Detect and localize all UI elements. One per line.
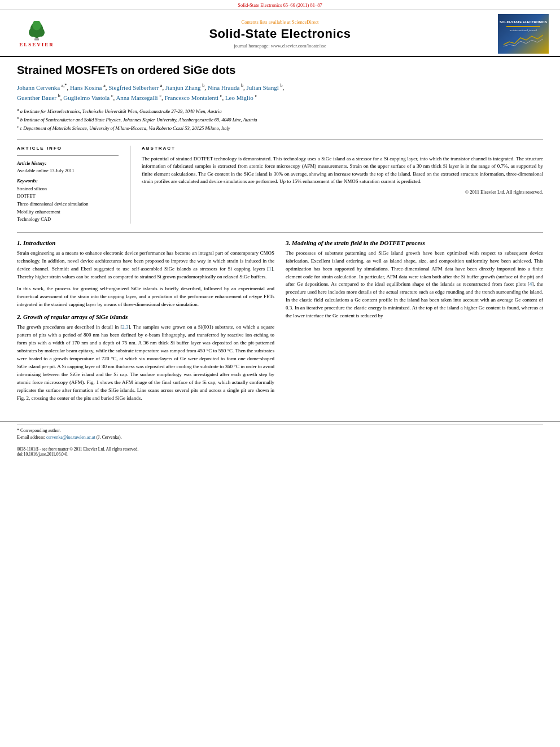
footnote-corresponding: * Corresponding author. [17, 427, 543, 434]
elsevier-tree-icon [25, 21, 48, 41]
header: ELSEVIER Contents lists available at Sci… [0, 10, 560, 57]
author-selberherr: Siegfried Selberherr [108, 84, 159, 91]
journal-ref-bar: Solid-State Electronics 65–66 (2011) 81–… [0, 0, 560, 10]
bottom-footer: 0038-1101/$ - see front matter © 2011 El… [17, 447, 543, 461]
abstract-text: The potential of strained DOTFET technol… [142, 155, 543, 186]
keywords-label: Keywords: [17, 178, 119, 184]
affiliations: a a Institute for Microelectronics, Tech… [17, 107, 543, 133]
article-title: Strained MOSFETs on ordered SiGe dots [17, 64, 543, 77]
keyword-4: Mobility enhancement [17, 208, 119, 216]
sciencedirect-line: Contents lists available at ScienceDirec… [62, 19, 498, 25]
bottom-footer-left: 0038-1101/$ - see front matter © 2011 El… [17, 447, 138, 457]
author-cervenka: Johann Cervenka [17, 84, 60, 91]
author-hrauda: Nina Hrauda [208, 84, 240, 91]
article-info-panel: ARTICLE INFO Article history: Available … [17, 146, 119, 224]
article-info-title: ARTICLE INFO [17, 146, 119, 151]
keyword-2: DOTFET [17, 193, 119, 200]
section1-para1: Strain engineering as a means to enhance… [17, 250, 274, 281]
article-history-date: Available online 13 July 2011 [17, 168, 119, 173]
body-left: 1. Introduction Strain engineering as a … [17, 239, 274, 407]
journal-homepage: journal homepage: www.elsevier.com/locat… [62, 43, 498, 49]
author-vastola: Guglielmo Vastola [63, 94, 110, 101]
keyword-5: Technology CAD [17, 216, 119, 224]
keywords-list: Strained silicon DOTFET Three-dimensiona… [17, 185, 119, 224]
svg-point-6 [34, 37, 39, 40]
footnote-email: E-mail address: cervenka@iue.tuwien.ac.a… [17, 434, 543, 441]
abstract-section: ABSTRACT The potential of strained DOTFE… [130, 146, 543, 224]
author-kosina: Hans Kosina [70, 84, 102, 91]
body-content: 1. Introduction Strain engineering as a … [17, 232, 543, 407]
authors: Johann Cervenka a,*, Hans Kosina a, Sieg… [17, 82, 543, 103]
footer-area: * Corresponding author. E-mail address: … [0, 421, 560, 461]
keyword-3: Three-dimensional device simulation [17, 200, 119, 208]
author-bauer: Guenther Bauer [17, 94, 56, 101]
section2-header: 2. Growth of regular arrays of SiGe isla… [17, 313, 274, 320]
copyright: © 2011 Elsevier Ltd. All rights reserved… [142, 189, 543, 195]
main-content: Strained MOSFETs on ordered SiGe dots Jo… [0, 57, 560, 413]
body-right: 3. Modeling of the strain field in the D… [286, 239, 543, 407]
author-montalenti: Francesco Montalenti [164, 94, 218, 101]
journal-title: Solid-State Electronics [62, 27, 498, 41]
logo-chart-icon [504, 33, 543, 47]
journal-logo-sub: an international journal [510, 29, 537, 32]
journal-logo-text: SOLID-STATE ELECTRONICS [500, 20, 547, 25]
article-history-label: Article history: [17, 160, 119, 166]
section3-para1: The processes of substrate patterning an… [286, 250, 543, 320]
author-marzegalli: Anna Marzegalli [116, 94, 158, 101]
section1-para2: In this work, the process for growing se… [17, 285, 274, 309]
elsevier-logo: ELSEVIER [11, 21, 62, 47]
author-stangl: Julian Stangl [247, 84, 279, 91]
author-zhang: Jianjun Zhang [165, 84, 201, 91]
rounding-text: rounding [446, 289, 465, 295]
journal-logo: SOLID-STATE ELECTRONICS an international… [498, 14, 549, 54]
header-center: Contents lists available at ScienceDirec… [62, 19, 498, 49]
author-miglio: Leo Miglio [225, 94, 253, 101]
abstract-title: ABSTRACT [142, 146, 543, 151]
article-info-abstract: ARTICLE INFO Article history: Available … [17, 139, 543, 224]
keyword-1: Strained silicon [17, 185, 119, 193]
elsevier-text: ELSEVIER [19, 42, 54, 47]
email-link[interactable]: cervenka@iue.tuwien.ac.at [46, 435, 95, 440]
section2-para1: The growth procedures are described in d… [17, 324, 274, 402]
section1-header: 1. Introduction [17, 239, 274, 246]
section3-header: 3. Modeling of the strain field in the D… [286, 239, 543, 246]
